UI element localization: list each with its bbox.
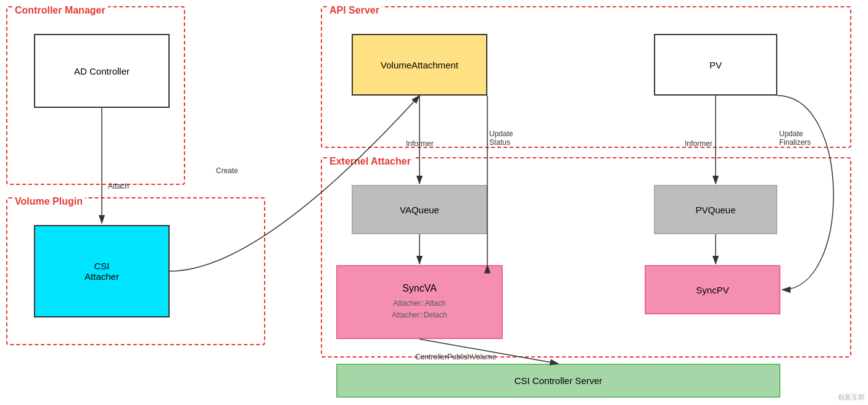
sync-va-sub2: Attacher::Detach: [392, 309, 447, 321]
ad-controller-box: AD Controller: [34, 34, 170, 108]
external-attacher-label: Externel Attacher: [327, 156, 413, 167]
informer2-label: Informer: [685, 139, 713, 148]
ad-controller-label: AD Controller: [74, 66, 130, 76]
pv-box: PV: [654, 34, 777, 96]
volume-plugin-label: Volume Plugin: [12, 196, 85, 207]
sync-pv-box: SyncPV: [645, 265, 780, 314]
csi-attacher-box: CSIAttacher: [34, 225, 170, 317]
api-server-label: API Server: [327, 5, 382, 16]
volume-attachment-box: VolumeAttachment: [352, 34, 487, 96]
csi-controller-server-box: CSI Controller Server: [336, 364, 780, 398]
va-queue-box: VAQueue: [352, 185, 487, 234]
update-status-label: UpdateStatus: [489, 129, 513, 147]
va-queue-label: VAQueue: [400, 205, 439, 215]
informer1-label: Informer: [406, 139, 434, 148]
volume-attachment-label: VolumeAttachment: [381, 60, 458, 70]
create-label: Create: [216, 166, 238, 175]
diagram-container: Controller Manager Volume Plugin API Ser…: [0, 0, 868, 405]
sync-va-box: SyncVA Attacher::Attach Attacher::Detach: [336, 265, 503, 339]
attach-label: Attach: [108, 182, 129, 190]
watermark: 创新互联: [838, 393, 865, 402]
controller-publish-label: ControllerPublishVolume: [415, 353, 496, 361]
controller-manager-label: Controller Manager: [12, 5, 108, 16]
sync-pv-label: SyncPV: [696, 285, 729, 295]
csi-attacher-label: CSIAttacher: [85, 261, 119, 282]
sync-va-sub1: Attacher::Attach: [393, 298, 445, 309]
csi-controller-server-label: CSI Controller Server: [515, 375, 603, 386]
pv-queue-label: PVQueue: [695, 205, 735, 215]
update-finalizers-label: UpdateFinalizers: [779, 129, 811, 147]
pv-queue-box: PVQueue: [654, 185, 777, 234]
sync-va-label: SyncVA: [402, 283, 437, 294]
pv-label: PV: [709, 60, 722, 70]
